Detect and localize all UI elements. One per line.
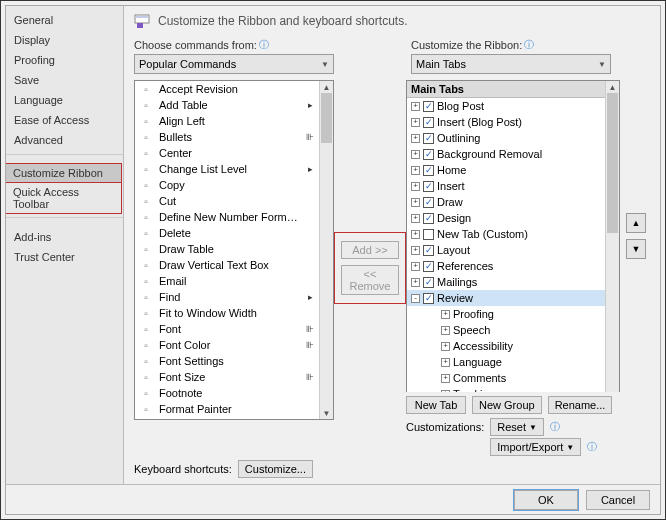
command-item[interactable]: ▫Add Table▸ [135,97,319,113]
command-item[interactable]: ▫Draw Table [135,241,319,257]
checkbox[interactable]: ✓ [423,293,434,304]
cancel-button[interactable]: Cancel [586,490,650,510]
customize-ribbon-dropdown[interactable]: Main Tabs ▼ [411,54,611,74]
sidebar-item-add-ins[interactable]: Add-ins [6,227,123,247]
sidebar-item-save[interactable]: Save [6,70,123,90]
command-item[interactable]: ▫Font Size⊪ [135,369,319,385]
expand-icon[interactable]: + [411,198,420,207]
tree-item[interactable]: +✓Insert (Blog Post) [407,114,605,130]
expand-icon[interactable]: + [441,326,450,335]
checkbox[interactable]: ✓ [423,149,434,160]
expand-icon[interactable]: + [411,230,420,239]
sidebar-item-proofing[interactable]: Proofing [6,50,123,70]
scrollbar[interactable]: ▲ ▼ [319,81,333,419]
import-export-button[interactable]: Import/Export▼ [490,438,581,456]
checkbox[interactable]: ✓ [423,133,434,144]
checkbox[interactable]: ✓ [423,117,434,128]
sidebar-item-display[interactable]: Display [6,30,123,50]
command-item[interactable]: ▫Email [135,273,319,289]
tree-item[interactable]: +✓Outlining [407,130,605,146]
scroll-thumb[interactable] [607,93,618,233]
tree-item[interactable]: +✓Blog Post [407,98,605,114]
collapse-icon[interactable]: - [411,294,420,303]
tree-item[interactable]: +✓Draw [407,194,605,210]
tree-item[interactable]: +Tracking [407,386,605,392]
expand-icon[interactable]: + [411,182,420,191]
command-item[interactable]: ▫Footnote [135,385,319,401]
tree-item[interactable]: +Proofing [407,306,605,322]
expand-icon[interactable]: + [411,214,420,223]
checkbox[interactable]: ✓ [423,181,434,192]
command-item[interactable]: ▫Delete [135,225,319,241]
expand-icon[interactable]: + [411,150,420,159]
command-item[interactable]: ▫Copy [135,177,319,193]
command-item[interactable]: ▫Font Settings [135,353,319,369]
remove-button[interactable]: << Remove [341,265,399,295]
checkbox[interactable]: ✓ [423,245,434,256]
sidebar-item-trust-center[interactable]: Trust Center [6,247,123,267]
commands-listbox[interactable]: ▫Accept Revision▫Add Table▸▫Align Left▫B… [134,80,334,420]
command-item[interactable]: ▫Center [135,145,319,161]
expand-icon[interactable]: + [441,310,450,319]
command-item[interactable]: ▫Font⊪ [135,321,319,337]
command-item[interactable]: ▫Cut [135,193,319,209]
command-item[interactable]: ▫Format Painter [135,401,319,417]
choose-commands-dropdown[interactable]: Popular Commands ▼ [134,54,334,74]
sidebar-item-quick-access-toolbar[interactable]: Quick Access Toolbar [6,182,122,214]
sidebar-item-customize-ribbon[interactable]: Customize Ribbon [6,163,122,183]
checkbox[interactable] [423,229,434,240]
expand-icon[interactable]: + [441,358,450,367]
tree-item[interactable]: +✓Mailings [407,274,605,290]
expand-icon[interactable]: + [441,390,450,393]
move-down-button[interactable]: ▼ [626,239,646,259]
tree-item[interactable]: +✓Home [407,162,605,178]
checkbox[interactable]: ✓ [423,261,434,272]
scrollbar[interactable]: ▲ ▼ [605,81,619,392]
expand-icon[interactable]: + [411,102,420,111]
scroll-up-icon[interactable]: ▲ [320,81,333,93]
expand-icon[interactable]: + [411,134,420,143]
expand-icon[interactable]: + [411,262,420,271]
scroll-thumb[interactable] [321,93,332,143]
expand-icon[interactable]: + [441,374,450,383]
sidebar-item-language[interactable]: Language [6,90,123,110]
checkbox[interactable]: ✓ [423,277,434,288]
tree-item[interactable]: +✓Background Removal [407,146,605,162]
scroll-down-icon[interactable]: ▼ [320,407,333,419]
checkbox[interactable]: ✓ [423,165,434,176]
command-item[interactable]: ▫Align Left [135,113,319,129]
checkbox[interactable]: ✓ [423,101,434,112]
expand-icon[interactable]: + [411,278,420,287]
expand-icon[interactable]: + [411,246,420,255]
checkbox[interactable]: ✓ [423,197,434,208]
tree-item[interactable]: -✓Review [407,290,605,306]
sidebar-item-ease-of-access[interactable]: Ease of Access [6,110,123,130]
tree-item[interactable]: +✓References [407,258,605,274]
ribbon-tree[interactable]: Main Tabs +✓Blog Post+✓Insert (Blog Post… [406,80,620,392]
tree-item[interactable]: +Accessibility [407,338,605,354]
command-item[interactable]: ▫Fit to Window Width [135,305,319,321]
customize-shortcuts-button[interactable]: Customize... [238,460,313,478]
command-item[interactable]: ▫Accept Revision [135,81,319,97]
command-item[interactable]: ▫Draw Vertical Text Box [135,257,319,273]
command-item[interactable]: ▫Grow Font [135,417,319,419]
command-item[interactable]: ▫Change List Level▸ [135,161,319,177]
expand-icon[interactable]: + [411,118,420,127]
tree-item[interactable]: +Language [407,354,605,370]
reset-button[interactable]: Reset▼ [490,418,544,436]
tree-item[interactable]: +New Tab (Custom) [407,226,605,242]
command-item[interactable]: ▫Find▸ [135,289,319,305]
scroll-up-icon[interactable]: ▲ [606,81,619,93]
command-item[interactable]: ▫Define New Number Format... [135,209,319,225]
add-button[interactable]: Add >> [341,241,399,259]
tree-item[interactable]: +✓Layout [407,242,605,258]
tree-item[interactable]: +Comments [407,370,605,386]
checkbox[interactable]: ✓ [423,213,434,224]
ok-button[interactable]: OK [514,490,578,510]
tree-item[interactable]: +✓Insert [407,178,605,194]
new-group-button[interactable]: New Group [472,396,542,414]
sidebar-item-general[interactable]: General [6,10,123,30]
new-tab-button[interactable]: New Tab [406,396,466,414]
tree-item[interactable]: +✓Design [407,210,605,226]
tree-item[interactable]: +Speech [407,322,605,338]
